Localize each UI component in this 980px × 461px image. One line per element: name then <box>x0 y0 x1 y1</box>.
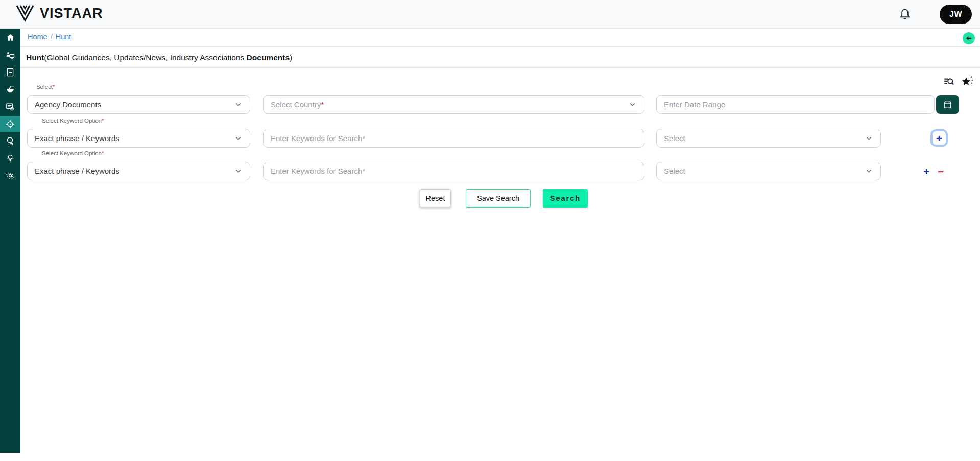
breadcrumb-separator: / <box>51 33 53 41</box>
sidebar-item-home[interactable] <box>0 29 20 46</box>
keywords-input-1[interactable] <box>263 129 644 148</box>
chevron-down-icon <box>234 167 243 175</box>
favorite-star-icon[interactable] <box>960 75 973 88</box>
brand-name: VISTAAR <box>40 6 103 21</box>
keyword-option-label-2: Select Keyword Option* <box>42 150 104 156</box>
keyword-option-value-1: Exact phrase / Keywords <box>35 134 230 143</box>
date-range-input[interactable] <box>656 95 935 114</box>
breadcrumb-bar: Home/Hunt <box>20 29 980 47</box>
keyword-option-label-1: Select Keyword Option* <box>42 118 104 124</box>
keyword-option-select-1[interactable]: Exact phrase / Keywords <box>27 129 250 148</box>
search-button[interactable]: Search <box>543 189 588 208</box>
mortar-pestle-icon <box>5 85 15 95</box>
title-close: ) <box>290 53 292 62</box>
document-type-value: Agency Documents <box>35 100 230 109</box>
sidebar-item-pharma[interactable] <box>0 81 20 98</box>
breadcrumb-home-link[interactable]: Home <box>28 33 47 41</box>
target-crosshair-icon <box>5 119 15 129</box>
keyword-option-select-2[interactable]: Exact phrase / Keywords <box>27 162 250 180</box>
home-icon <box>6 33 15 42</box>
operator-select-2[interactable]: Select <box>656 162 881 180</box>
chevron-down-icon <box>628 100 637 109</box>
calendar-icon <box>943 100 952 109</box>
required-mark: * <box>321 100 324 109</box>
sidebar-item-user-workstation[interactable] <box>0 46 20 63</box>
document-type-select[interactable]: Agency Documents <box>27 95 250 114</box>
sidebar-item-hunt[interactable] <box>0 116 20 132</box>
stethoscope-icon <box>5 136 15 146</box>
user-avatar[interactable]: JW <box>940 5 972 24</box>
collapse-back-button[interactable] <box>963 32 975 44</box>
document-type-label: Select* <box>36 84 55 90</box>
sidebar-item-stethoscope[interactable] <box>0 132 20 150</box>
title-middle: (Global Guidances, Updates/News, Industr… <box>44 53 246 62</box>
page-title-bar: Hunt(Global Guidances, Updates/News, Ind… <box>20 47 980 68</box>
add-keyword-row-button[interactable]: + <box>930 129 948 147</box>
operator-placeholder-2: Select <box>664 167 861 175</box>
title-documents: Documents <box>247 53 290 62</box>
notifications-bell-icon[interactable] <box>898 7 912 21</box>
required-mark: * <box>102 150 104 156</box>
country-placeholder: Select Country <box>271 100 321 109</box>
chevron-down-icon <box>234 100 243 109</box>
reset-button[interactable]: Reset <box>420 189 451 208</box>
arrow-left-icon <box>965 35 972 42</box>
save-search-button[interactable]: Save Search <box>466 189 531 208</box>
user-workstation-icon <box>5 50 15 60</box>
page-title: Hunt(Global Guidances, Updates/News, Ind… <box>26 53 292 62</box>
search-toolbar <box>942 75 973 88</box>
certificate-search-icon <box>5 102 15 112</box>
sidebar-item-certificate-search[interactable] <box>0 98 20 116</box>
remove-keyword-row-button[interactable]: − <box>935 166 947 178</box>
keyword-option-value-2: Exact phrase / Keywords <box>35 167 230 175</box>
chevron-down-icon <box>234 134 243 143</box>
required-mark: * <box>53 84 55 90</box>
required-mark: * <box>102 118 104 124</box>
brand-logo[interactable]: VISTAAR <box>15 4 103 22</box>
sidebar-item-documents[interactable] <box>0 63 20 81</box>
chevron-down-icon <box>865 134 873 143</box>
chevron-down-icon <box>865 167 873 175</box>
sidebar-item-insights[interactable] <box>0 150 20 167</box>
keywords-input-2[interactable] <box>263 162 644 180</box>
operator-placeholder-1: Select <box>664 134 861 143</box>
add-keyword-row-button-2[interactable]: + <box>920 166 933 178</box>
calendar-button[interactable] <box>936 95 959 114</box>
breadcrumb: Home/Hunt <box>28 33 71 41</box>
app-header: VISTAAR JW <box>0 0 980 29</box>
list-search-icon[interactable] <box>942 75 955 88</box>
lightbulb-icon <box>5 153 15 164</box>
country-select[interactable]: Select Country* <box>263 95 644 114</box>
document-icon <box>6 67 15 77</box>
sidebar-item-settings[interactable] <box>0 167 20 185</box>
sidebar-nav <box>0 29 20 453</box>
page: VISTAAR JW <box>0 0 980 461</box>
operator-select-1[interactable]: Select <box>656 129 881 148</box>
title-hunt: Hunt <box>26 53 44 62</box>
gear-sync-icon <box>5 171 15 181</box>
vistaar-logo-icon <box>15 4 35 22</box>
breadcrumb-hunt-link[interactable]: Hunt <box>56 33 71 41</box>
